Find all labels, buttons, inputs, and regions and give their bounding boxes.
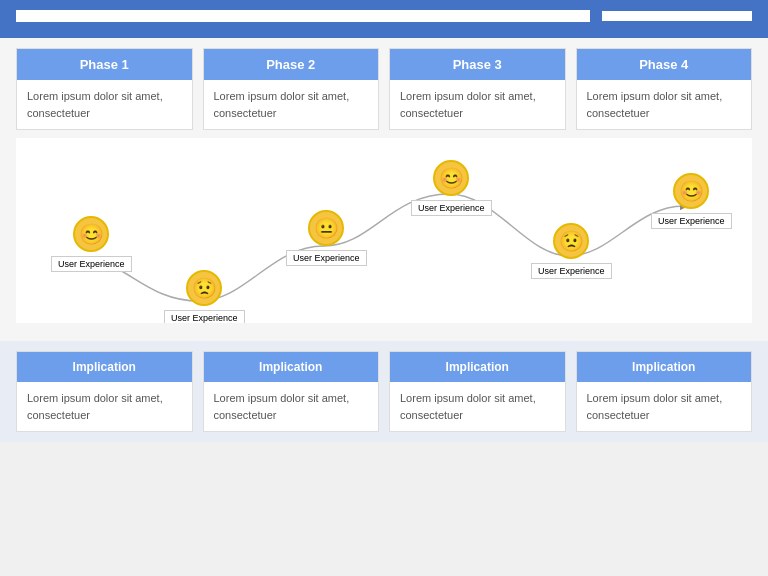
phase-body-3: Lorem ipsum dolor sit amet, consectetuer: [390, 80, 565, 129]
implication-header-1: Implication: [17, 352, 192, 382]
journey-node-2: 😟 User Experience: [164, 270, 245, 323]
journey-node-1: 😊 User Experience: [51, 216, 132, 272]
implication-card-3: Implication Lorem ipsum dolor sit amet, …: [389, 351, 566, 432]
phase-card-1: Phase 1 Lorem ipsum dolor sit amet, cons…: [16, 48, 193, 130]
implication-section: Implication Lorem ipsum dolor sit amet, …: [0, 341, 768, 442]
user-exp-label-2: User Experience: [164, 310, 245, 323]
header-left: [16, 10, 590, 28]
phase-header-1: Phase 1: [17, 49, 192, 80]
phase-header-3: Phase 3: [390, 49, 565, 80]
emoji-sad-1: 😟: [186, 270, 222, 306]
implication-body-2: Lorem ipsum dolor sit amet, consectetuer: [204, 382, 379, 431]
user-exp-label-3: User Experience: [286, 250, 367, 266]
user-exp-label-1: User Experience: [51, 256, 132, 272]
customer-persona-label: [16, 10, 590, 22]
implication-card-1: Implication Lorem ipsum dolor sit amet, …: [16, 351, 193, 432]
implications-row: Implication Lorem ipsum dolor sit amet, …: [16, 351, 752, 432]
phase-card-3: Phase 3 Lorem ipsum dolor sit amet, cons…: [389, 48, 566, 130]
implication-body-4: Lorem ipsum dolor sit amet, consectetuer: [577, 382, 752, 431]
phase-card-2: Phase 2 Lorem ipsum dolor sit amet, cons…: [203, 48, 380, 130]
implication-body-3: Lorem ipsum dolor sit amet, consectetuer: [390, 382, 565, 431]
implication-header-4: Implication: [577, 352, 752, 382]
journey-section: 😊 User Experience 😟 User Experience 😐 Us…: [16, 138, 752, 323]
goal-label: [602, 11, 752, 21]
phase-header-4: Phase 4: [577, 49, 752, 80]
header-right: [602, 11, 752, 27]
phase-card-4: Phase 4 Lorem ipsum dolor sit amet, cons…: [576, 48, 753, 130]
emoji-neutral: 😐: [308, 210, 344, 246]
journey-node-5: 😟 User Experience: [531, 223, 612, 279]
journey-node-4: 😊 User Experience: [411, 160, 492, 216]
phase-body-4: Lorem ipsum dolor sit amet, consectetuer: [577, 80, 752, 129]
user-exp-label-4: User Experience: [411, 200, 492, 216]
emoji-happy-3: 😊: [673, 173, 709, 209]
phase-body-2: Lorem ipsum dolor sit amet, consectetuer: [204, 80, 379, 129]
journey-node-6: 😊 User Experience: [651, 173, 732, 229]
journey-node-3: 😐 User Experience: [286, 210, 367, 266]
implication-card-4: Implication Lorem ipsum dolor sit amet, …: [576, 351, 753, 432]
implication-body-1: Lorem ipsum dolor sit amet, consectetuer: [17, 382, 192, 431]
implication-header-2: Implication: [204, 352, 379, 382]
phases-section: Phase 1 Lorem ipsum dolor sit amet, cons…: [16, 48, 752, 130]
user-exp-label-6: User Experience: [651, 213, 732, 229]
emoji-sad-2: 😟: [553, 223, 589, 259]
main-content: Phase 1 Lorem ipsum dolor sit amet, cons…: [0, 38, 768, 341]
user-exp-label-5: User Experience: [531, 263, 612, 279]
phase-body-1: Lorem ipsum dolor sit amet, consectetuer: [17, 80, 192, 129]
emoji-happy-1: 😊: [73, 216, 109, 252]
implication-card-2: Implication Lorem ipsum dolor sit amet, …: [203, 351, 380, 432]
header: [0, 0, 768, 38]
emoji-happy-2: 😊: [433, 160, 469, 196]
phase-header-2: Phase 2: [204, 49, 379, 80]
implication-header-3: Implication: [390, 352, 565, 382]
